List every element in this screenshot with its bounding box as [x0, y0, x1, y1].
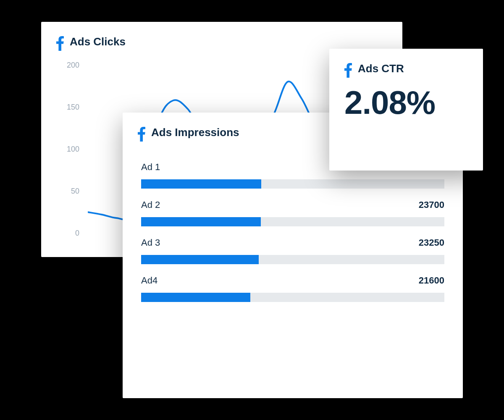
impression-row-head: Ad 323250 [141, 237, 444, 248]
ctr-value: 2.08% [329, 79, 483, 122]
ad-label: Ad 1 [141, 162, 160, 173]
card-title: Ads Clicks [70, 35, 126, 48]
y-axis-tick: 200 [56, 61, 79, 70]
card-header: Ads CTR [329, 49, 483, 79]
bar-track [141, 293, 444, 302]
ad-label: Ad4 [141, 275, 158, 286]
bar-fill [141, 255, 259, 264]
facebook-icon [56, 36, 64, 48]
card-title: Ads Impressions [151, 126, 239, 139]
bar-track [141, 255, 444, 264]
ads-ctr-card: Ads CTR 2.08% [329, 49, 483, 171]
bar-fill [141, 179, 261, 189]
y-axis-tick: 50 [56, 187, 79, 196]
impression-row: Ad 223700 [141, 200, 444, 226]
bar-fill [141, 217, 261, 226]
y-axis-tick: 0 [56, 229, 79, 238]
y-axis-tick: 150 [56, 103, 79, 112]
bar-track [141, 217, 444, 226]
facebook-icon [138, 126, 145, 139]
bar-fill [141, 293, 250, 302]
facebook-icon [344, 63, 352, 75]
ad-value: 23250 [419, 237, 444, 248]
card-title: Ads CTR [358, 62, 404, 75]
ad-value: 23700 [419, 200, 444, 210]
ad-label: Ad 3 [141, 237, 160, 248]
impression-row-head: Ad421600 [141, 275, 444, 286]
ad-value: 21600 [419, 275, 444, 286]
ad-label: Ad 2 [141, 200, 160, 210]
card-header: Ads Clicks [41, 22, 402, 52]
bar-track [141, 179, 444, 189]
y-axis-tick: 100 [56, 145, 79, 154]
impression-row-head: Ad 223700 [141, 200, 444, 210]
impression-row: Ad421600 [141, 275, 444, 302]
impression-row: Ad 323250 [141, 237, 444, 264]
